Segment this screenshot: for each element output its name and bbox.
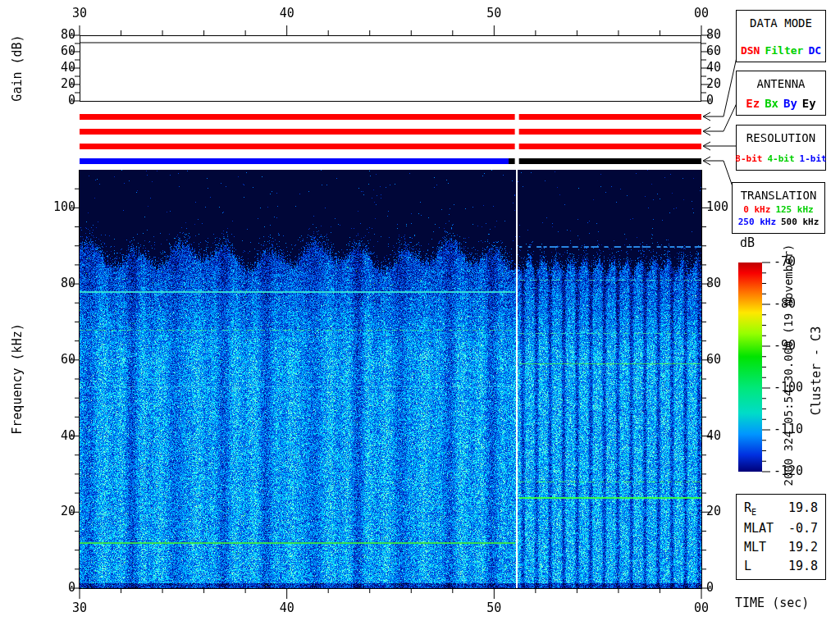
top-time-tick-label: 40	[262, 7, 312, 21]
ephemeris-value: 19.2	[788, 540, 818, 555]
gain-tick-label: 40	[33, 61, 75, 75]
status-bar-resolution	[80, 144, 515, 149]
spectrogram-image	[80, 170, 701, 588]
mode-option: Ey	[802, 97, 816, 110]
colorbar-tick-label: -70	[774, 255, 796, 269]
mode-option: 8-bit	[735, 153, 762, 164]
bottom-time-tick-label: 00	[677, 601, 726, 615]
info-box-values: EzBxByEy	[743, 98, 818, 110]
top-time-tick-label: 50	[469, 7, 518, 21]
colorbar-tick-label: -90	[774, 339, 796, 353]
gain-tick-label-right: 80	[706, 28, 721, 42]
status-bar-translation	[519, 158, 701, 164]
wbd-spectrogram-display: Gain (dB) Frequency (kHz) TIME (sec) dB …	[0, 0, 840, 630]
freq-tick-label-right: 60	[706, 353, 721, 367]
freq-tick-label-right: 80	[706, 276, 721, 290]
freq-tick-label-right: 20	[706, 504, 721, 518]
mode-option: By	[783, 97, 797, 110]
ephemeris-label: L	[744, 559, 751, 573]
ephemeris-row: RE19.8	[744, 500, 818, 517]
mode-option: Ez	[746, 97, 760, 110]
arrow-left-icon	[703, 112, 710, 121]
freq-tick-label-right: 40	[706, 429, 721, 443]
ephemeris-label: MLT	[744, 540, 766, 555]
colorbar-tick-label: -80	[774, 297, 796, 311]
gain-tick-label-right: 20	[706, 77, 721, 91]
gain-tick-label-right: 0	[706, 94, 714, 107]
gain-tick-label: 60	[33, 44, 75, 58]
status-bar-translation	[509, 158, 515, 164]
freq-tick-label-right: 100	[706, 200, 728, 214]
info-box-resolution: RESOLUTION8-bit4-bit1-bit	[736, 125, 826, 171]
freq-tick-label: 60	[33, 353, 75, 367]
colorbar-tick-label: -100	[774, 381, 803, 395]
status-bar-antenna	[519, 129, 701, 135]
top-time-tick-label: 00	[677, 7, 726, 21]
arrow-left-icon	[703, 142, 710, 150]
gain-tick-label: 80	[33, 28, 75, 42]
info-box-row: DSNFilterDC	[738, 44, 824, 57]
info-box-values: 0 kHz125 kHz250 kHz500 kHz	[736, 203, 822, 228]
ephemeris-label: MLAT	[744, 521, 774, 536]
frequency-axis-title: Frequency (kHz)	[10, 323, 25, 434]
timestamp-label: 2000 324 05:54:30.000 (19 November)	[782, 244, 795, 486]
mode-option: DSN	[741, 44, 760, 57]
gain-panel-frame	[80, 36, 701, 102]
freq-tick-label: 100	[33, 200, 75, 214]
bottom-time-tick-label: 50	[469, 601, 518, 615]
ephemeris-row: MLT19.2	[744, 540, 818, 555]
freq-tick-label: 20	[33, 504, 75, 518]
ephemeris-value: 19.8	[788, 500, 818, 517]
freq-tick-label: 40	[33, 429, 75, 443]
ephemeris-value: -0.7	[788, 521, 818, 536]
leader-translation	[704, 161, 734, 191]
info-box-data-mode: DATA MODEDSNFilterDC	[736, 10, 826, 62]
time-axis-title: TIME (sec)	[735, 596, 809, 610]
ephemeris-value: 19.8	[788, 559, 818, 573]
colorbar-title: dB	[740, 235, 755, 250]
mode-option: 250 kHz	[738, 217, 776, 227]
gain-tick-label: 0	[33, 94, 75, 107]
status-bars	[80, 114, 701, 164]
info-box-row: EzBxByEy	[743, 98, 818, 110]
ephemeris-box: RE19.8MLAT-0.7MLT19.2L19.8	[736, 494, 826, 580]
leader-antenna	[704, 103, 737, 131]
colorbar-tick-label: -120	[774, 464, 803, 478]
info-box-translation: TRANSLATION0 kHz125 kHz250 kHz500 kHz	[732, 182, 825, 234]
freq-tick-label: 0	[33, 581, 75, 595]
mode-option: Bx	[765, 97, 778, 110]
freq-tick-label-right: 0	[706, 581, 714, 595]
info-box-antenna: ANTENNAEzBxByEy	[736, 71, 826, 116]
mode-option: Filter	[765, 44, 803, 57]
freq-tick-label: 80	[33, 276, 75, 290]
spacecraft-label: Cluster - C3	[809, 326, 824, 415]
status-bar-resolution	[519, 144, 701, 149]
info-box-row: 0 kHz125 kHz	[736, 203, 822, 216]
ephemeris-label: RE	[744, 500, 756, 517]
bottom-time-tick-label: 30	[55, 601, 104, 615]
mode-option: DC	[808, 44, 821, 57]
status-bar-antenna	[80, 129, 515, 135]
mode-option: 125 kHz	[775, 204, 813, 215]
gain-axis-title: Gain (dB)	[10, 34, 25, 101]
info-box-row: 250 kHz500 kHz	[736, 216, 822, 228]
info-box-values: 8-bit4-bit1-bit	[733, 153, 829, 165]
status-bar-data_mode	[80, 114, 515, 120]
info-box-title: DATA MODE	[750, 16, 812, 30]
arrow-left-icon	[703, 157, 710, 165]
mode-option: 4-bit	[767, 153, 794, 164]
arrow-left-icon	[703, 127, 710, 135]
ephemeris-row: MLAT-0.7	[744, 521, 818, 536]
gain-tick-label-right: 60	[706, 44, 721, 58]
status-bar-translation	[80, 158, 509, 164]
ephemeris-row: L19.8	[744, 559, 818, 573]
gain-tick-label: 20	[33, 77, 75, 91]
status-bar-data_mode	[519, 114, 701, 120]
mode-option: 1-bit	[800, 153, 827, 164]
bottom-time-tick-label: 40	[262, 601, 312, 615]
colorbar-tick-label: -110	[774, 422, 803, 436]
mode-option: 0 kHz	[743, 204, 770, 215]
mode-option: 500 kHz	[781, 217, 819, 227]
colorbar-gradient	[738, 262, 762, 472]
info-box-row: 8-bit4-bit1-bit	[733, 153, 829, 165]
